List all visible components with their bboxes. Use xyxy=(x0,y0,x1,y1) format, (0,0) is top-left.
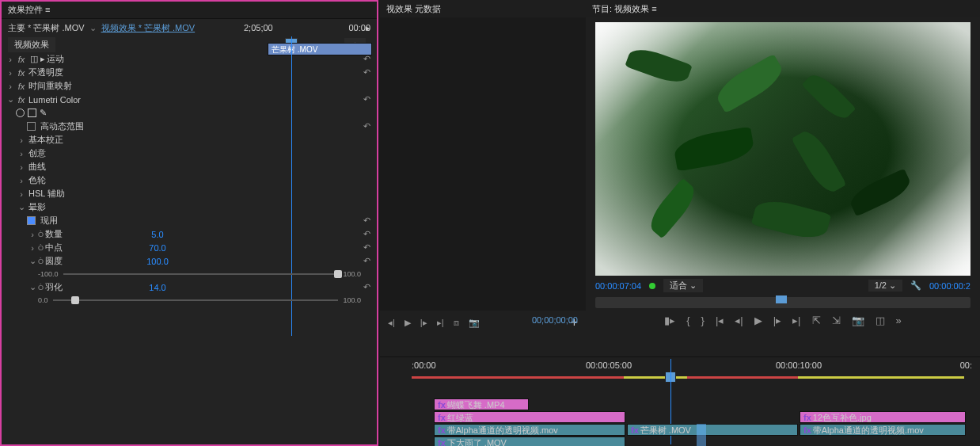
wrench-icon[interactable]: 🔧 xyxy=(910,280,921,291)
reset-icon[interactable]: ↶ xyxy=(363,229,370,239)
twirl-icon[interactable]: ⌄ xyxy=(27,256,38,266)
amount-value[interactable]: 5.0 xyxy=(151,230,163,239)
video-effects-tab[interactable]: 视频效果 xyxy=(8,37,55,52)
twirl-icon[interactable]: › xyxy=(5,82,16,91)
roundness-slider[interactable]: -100.0100.0 xyxy=(2,268,377,280)
fx-badge-icon[interactable]: fx xyxy=(16,95,27,105)
export-frame-icon[interactable]: 📷 xyxy=(852,314,864,326)
reset-icon[interactable]: ↶ xyxy=(363,54,370,64)
fx-badge-icon[interactable]: fx xyxy=(16,68,27,78)
clip-v3b[interactable]: fx12色互补色.jpg xyxy=(800,411,966,423)
midpoint-value[interactable]: 70.0 xyxy=(149,243,165,253)
go-in-icon[interactable]: |◂ xyxy=(716,314,724,326)
reset-icon[interactable]: ↶ xyxy=(363,67,370,78)
timeline-ruler[interactable]: :00:00 00:00:05:00 00:00:10:00 00: xyxy=(412,360,972,376)
duration-timecode[interactable]: 00:00:00:2 xyxy=(929,281,971,291)
motion-label[interactable]: 运动 xyxy=(45,53,64,65)
clip-v2c[interactable]: fx带Alpha通道的透明视频.mov xyxy=(800,424,966,436)
compare-icon[interactable]: ◫ xyxy=(876,314,885,326)
lift-icon[interactable]: ⇱ xyxy=(812,314,821,326)
clip-v1[interactable]: fx下大雨了 .MOV xyxy=(434,436,625,446)
clip-v2a[interactable]: fx带Alpha通道的透明视频.mov xyxy=(434,424,625,436)
play-icon[interactable]: ▶ xyxy=(405,318,411,328)
panel-header[interactable]: 效果控件 ≡ xyxy=(2,2,377,19)
hdr-checkbox[interactable] xyxy=(27,122,36,131)
clip-v3a[interactable]: fx红绿蓝 xyxy=(434,411,625,423)
source-tabs[interactable]: 视效果 元数据 xyxy=(380,0,586,17)
reset-icon[interactable]: ↶ xyxy=(363,215,370,226)
twirl-icon[interactable]: › xyxy=(27,230,38,239)
twirl-icon[interactable]: › xyxy=(5,68,16,78)
mark-in-icon[interactable]: { xyxy=(686,314,689,326)
keyframe-stopwatch-icon[interactable]: Ò xyxy=(38,244,44,252)
basic-correction-label[interactable]: 基本校正 xyxy=(27,134,63,146)
twirl-icon[interactable]: ⌄ xyxy=(16,202,27,212)
chevron-down-icon[interactable]: ⌄ xyxy=(89,23,97,33)
zoom-dropdown[interactable]: 1/2 ⌄ xyxy=(868,280,902,292)
feather-slider[interactable]: 0.0100.0 xyxy=(2,294,377,307)
reset-icon[interactable]: ↶ xyxy=(363,94,370,105)
ruler-mark: 00:00:10:00 xyxy=(776,360,822,370)
reset-icon[interactable]: ↶ xyxy=(363,242,370,253)
roundness-value[interactable]: 100.0 xyxy=(146,257,169,266)
camera-icon[interactable]: 📷 xyxy=(469,318,480,328)
keyframe-stopwatch-icon[interactable]: Ò xyxy=(38,284,44,292)
twirl-icon[interactable]: ⌄ xyxy=(27,282,38,292)
mask-rect-icon[interactable] xyxy=(28,109,36,117)
mask-ellipse-icon[interactable] xyxy=(16,109,25,117)
twirl-icon[interactable]: ⌄ xyxy=(5,94,16,105)
step-back-icon[interactable]: ◂| xyxy=(735,314,743,326)
mark-out-icon[interactable]: } xyxy=(701,314,705,326)
scrub-playhead-icon[interactable] xyxy=(776,295,787,303)
time-remap-label[interactable]: 时间重映射 xyxy=(27,80,72,92)
reset-icon[interactable]: ↶ xyxy=(363,256,370,266)
clip-v4[interactable]: fx蝴蝶飞舞 .MP4 xyxy=(434,398,529,410)
curves-label[interactable]: 曲线 xyxy=(27,161,46,173)
more-icon[interactable]: » xyxy=(896,314,902,326)
twirl-icon[interactable]: › xyxy=(16,176,27,185)
program-view[interactable] xyxy=(595,22,971,276)
go-out-icon[interactable]: ▸| xyxy=(792,314,800,326)
reset-icon[interactable]: ↶ xyxy=(363,121,370,132)
source-timecode[interactable]: 00;00;00;00 xyxy=(532,315,578,325)
keyframe-stopwatch-icon[interactable]: Ò xyxy=(38,257,44,265)
program-header[interactable]: 节目: 视频效果 ≡ xyxy=(586,0,980,17)
mark-in-icon[interactable]: ◂| xyxy=(388,318,395,328)
fit-dropdown[interactable]: 适合 ⌄ xyxy=(663,279,703,292)
add-marker-icon[interactable]: ▮▸ xyxy=(664,314,675,326)
hsl-secondary-label[interactable]: HSL 辅助 xyxy=(27,188,65,200)
twirl-icon[interactable]: › xyxy=(16,135,27,145)
opacity-label[interactable]: 不透明度 xyxy=(27,67,63,78)
twirl-icon[interactable]: › xyxy=(16,189,27,199)
step-fwd-icon[interactable]: |▸ xyxy=(773,314,781,326)
mask-pen-icon[interactable]: ✎ xyxy=(40,108,47,118)
timeline-selection xyxy=(697,424,706,446)
source-view[interactable] xyxy=(380,17,586,311)
sequence-link[interactable]: 视频效果 * 芒果树 .MOV xyxy=(101,22,196,34)
extract-icon[interactable]: ⇲ xyxy=(832,314,841,326)
program-scrubber[interactable] xyxy=(595,297,971,308)
fx-badge-icon[interactable]: fx xyxy=(16,82,27,91)
enable-checkbox[interactable] xyxy=(27,216,36,225)
slider-thumb[interactable] xyxy=(71,296,79,304)
clip-v2b[interactable]: fx芒果树 .MOV xyxy=(627,424,798,436)
creative-label[interactable]: 创意 xyxy=(27,147,46,159)
twirl-icon[interactable]: › xyxy=(16,162,27,172)
lumetri-label[interactable]: Lumetri Color xyxy=(27,95,81,105)
slider-thumb[interactable] xyxy=(334,270,342,278)
vignette-label[interactable]: 晕影 xyxy=(27,201,46,213)
step-fwd-icon[interactable]: ▸| xyxy=(437,318,444,328)
twirl-icon[interactable]: › xyxy=(16,149,27,158)
reset-icon[interactable]: ↶ xyxy=(363,282,370,292)
play-icon[interactable]: ▶ xyxy=(754,314,762,326)
twirl-icon[interactable]: › xyxy=(5,55,16,64)
keyframe-stopwatch-icon[interactable]: Ò xyxy=(38,231,44,238)
program-timecode[interactable]: 00:00:07:04 xyxy=(595,281,641,291)
roundness-label: 圆度 xyxy=(44,255,63,267)
insert-icon[interactable]: ⧈ xyxy=(454,318,459,328)
step-back-icon[interactable]: |▸ xyxy=(420,318,427,328)
twirl-icon[interactable]: › xyxy=(27,243,38,253)
color-wheels-label[interactable]: 色轮 xyxy=(27,174,46,186)
fx-badge-icon[interactable]: fx xyxy=(16,55,27,64)
feather-value[interactable]: 14.0 xyxy=(149,283,165,292)
